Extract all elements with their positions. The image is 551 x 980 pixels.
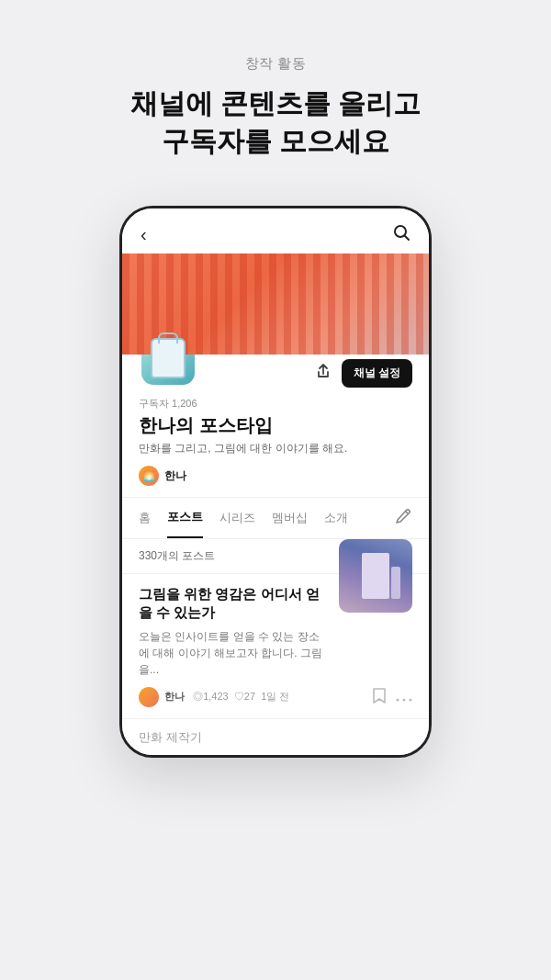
main-title: 채널에 콘텐츠를 올리고 구독자를 모으세요	[130, 85, 422, 160]
back-button[interactable]: ‹	[141, 224, 147, 245]
edit-icon[interactable]	[394, 507, 412, 530]
post-meta-row: 한나 ◎1,423 ♡27 1일 전	[139, 687, 412, 707]
post-author-name: 한나	[164, 691, 185, 702]
post-views: ◎1,423	[193, 691, 229, 702]
share-button[interactable]	[314, 362, 332, 385]
main-title-line2: 구독자를 모으세요	[162, 126, 389, 156]
subscriber-count: 구독자 1,206	[139, 397, 412, 411]
tab-post[interactable]: 포스트	[167, 498, 203, 538]
author-name: 한나	[164, 468, 186, 484]
channel-description: 만화를 그리고, 그림에 대한 이야기를 해요.	[139, 440, 412, 456]
search-button[interactable]	[392, 223, 410, 246]
post-meta-text: 한나 ◎1,423 ♡27 1일 전	[164, 690, 289, 704]
post-author-info: 한나 ◎1,423 ♡27 1일 전	[139, 687, 289, 707]
channel-name: 한나의 포스타입	[139, 414, 412, 436]
top-label: 창작 활동	[245, 55, 306, 73]
phone-mockup: ‹ 채널 설정	[119, 206, 432, 758]
author-row: 🌅 한나	[139, 466, 412, 486]
profile-actions: 채널 설정	[314, 359, 412, 388]
post-likes: 27	[244, 691, 255, 702]
post-count: 330개의 포스트	[139, 548, 215, 564]
more-icon[interactable]	[396, 689, 412, 705]
svg-line-1	[405, 236, 410, 241]
tab-home[interactable]: 홈	[139, 499, 151, 537]
svg-point-4	[410, 698, 412, 701]
tab-series[interactable]: 시리즈	[219, 499, 255, 537]
tab-bar: 홈 포스트 시리즈 멤버십 소개	[122, 497, 429, 539]
post-item[interactable]: 그림을 위한 영감은 어디서 얻을 수 있는가 오늘은 인사이트를 얻을 수 있…	[122, 573, 429, 718]
svg-point-2	[397, 698, 399, 701]
footer-tag-text: 만화 제작기	[139, 730, 202, 744]
post-excerpt: 오늘은 인사이트를 얻을 수 있는 장소에 대해 이야기 해보고자 합니다. 그…	[139, 628, 412, 678]
bookmark-icon[interactable]	[372, 687, 387, 707]
author-avatar: 🌅	[139, 466, 159, 486]
tab-about[interactable]: 소개	[324, 499, 348, 537]
post-actions	[372, 687, 412, 707]
post-thumbnail	[339, 539, 412, 613]
svg-point-3	[403, 698, 406, 701]
post-date: 1일 전	[261, 691, 289, 702]
main-title-line1: 채널에 콘텐츠를 올리고	[130, 88, 422, 118]
phone-header: ‹	[122, 208, 429, 253]
channel-settings-button[interactable]: 채널 설정	[342, 359, 412, 388]
tab-membership[interactable]: 멤버십	[272, 499, 308, 537]
footer-tag: 만화 제작기	[122, 718, 429, 755]
post-author-avatar	[139, 687, 159, 707]
